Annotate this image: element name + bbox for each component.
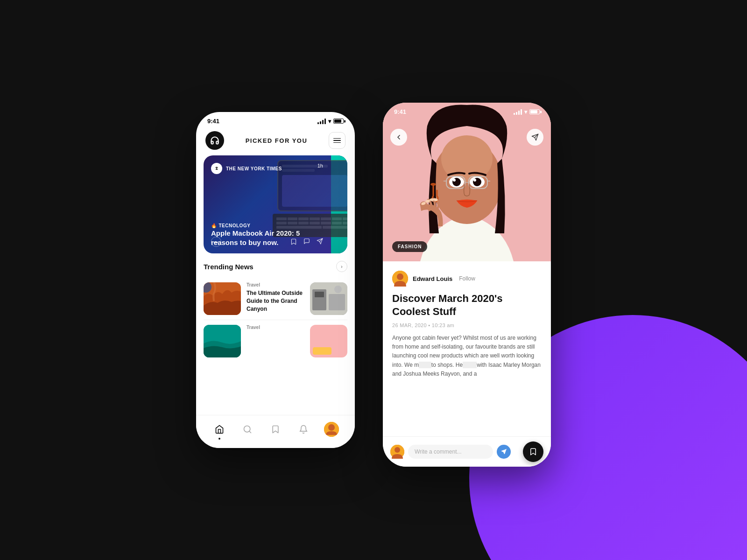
- svg-marker-41: [501, 449, 506, 454]
- card-source: 𝕿 THE NEW YORK TIMES: [211, 163, 282, 174]
- trending-arrow-button[interactable]: ›: [336, 261, 347, 272]
- svg-point-25: [473, 179, 476, 182]
- fashion-badge: FASHION: [392, 241, 427, 252]
- share-button[interactable]: [527, 129, 543, 146]
- nyt-logo: 𝕿: [211, 163, 222, 174]
- news-item-content: Travel The Ultimate Outside Guide to the…: [247, 282, 304, 313]
- news-item[interactable]: Travel The Ultimate Outside Guide to the…: [204, 278, 347, 320]
- news-thumbnail-canyon: [204, 282, 241, 315]
- card-time: 1h: [317, 163, 323, 168]
- comment-bar: Write a comment...: [383, 436, 551, 467]
- news-list: Travel The Ultimate Outside Guide to the…: [204, 278, 347, 362]
- dots-icon: •••: [211, 237, 221, 247]
- news-thumbnail-ocean: [204, 325, 241, 357]
- news-category: Travel: [247, 282, 304, 287]
- news-thumb-2: [310, 282, 347, 315]
- trending-section: Trending News ›: [196, 253, 355, 415]
- commenter-avatar: [390, 445, 404, 459]
- news-item-2-category: Travel: [247, 325, 304, 330]
- author-row: Edward Louis Follow: [392, 271, 542, 287]
- svg-rect-7: [315, 292, 324, 297]
- trending-title: Trending News: [204, 263, 254, 271]
- phone1-time: 9:41: [207, 118, 219, 125]
- phones-container: 9:41 ▾: [196, 93, 551, 467]
- wifi-icon: ▾: [328, 118, 331, 125]
- category-label: TECNOLOGY: [219, 223, 251, 228]
- author-avatar: [392, 271, 408, 287]
- pink-card-partial: [310, 325, 347, 357]
- profile-avatar: [324, 422, 339, 437]
- phone-2: 9:41 ▾: [383, 103, 551, 467]
- signal-icon: [317, 119, 326, 124]
- trending-header: Trending News ›: [204, 261, 347, 272]
- card-dots-menu[interactable]: •••: [211, 237, 221, 247]
- phone1-status-bar: 9:41 ▾: [196, 112, 355, 127]
- source-name: THE NEW YORK TIMES: [226, 166, 282, 171]
- p2-battery-icon: [529, 109, 540, 114]
- phone2-status-icons: ▾: [514, 109, 540, 115]
- nav-search[interactable]: [238, 420, 257, 439]
- nav-notifications[interactable]: [294, 420, 313, 439]
- svg-point-8: [334, 286, 342, 293]
- comment-icon[interactable]: [303, 238, 310, 247]
- article-date: 26 MAR, 2020 • 10:23 am: [392, 322, 542, 328]
- share-icon[interactable]: [317, 238, 323, 247]
- back-button[interactable]: [390, 129, 407, 146]
- follow-button[interactable]: Follow: [459, 275, 475, 282]
- card-actions: [290, 238, 323, 247]
- phone-1: 9:41 ▾: [196, 112, 355, 448]
- nav-bookmark[interactable]: [266, 420, 285, 439]
- nav-profile[interactable]: [322, 420, 341, 439]
- canyon-image: [204, 282, 241, 315]
- p2-wifi-icon: ▾: [524, 109, 527, 115]
- app-logo: [205, 131, 224, 150]
- bookmark-icon[interactable]: [290, 238, 297, 247]
- article-content: Edward Louis Follow Discover March 2020'…: [383, 261, 551, 436]
- article-hero-image: [383, 103, 551, 261]
- article-title: Discover March 2020's Coolest Stuff: [392, 292, 542, 318]
- svg-point-39: [395, 447, 400, 453]
- battery-icon: [333, 119, 344, 124]
- news-item-2-content: Travel: [247, 325, 304, 332]
- main-news-card[interactable]: 𝕿 THE NEW YORK TIMES 1h 🔥 TECNOLOGY Appl…: [204, 155, 347, 253]
- phone1-status-icons: ▾: [317, 118, 344, 125]
- phone2-time: 9:41: [394, 108, 406, 115]
- article-hero: 9:41 ▾: [383, 103, 551, 261]
- svg-point-37: [397, 273, 403, 280]
- svg-point-13: [328, 424, 335, 431]
- svg-line-11: [249, 431, 251, 433]
- fashion-label: FASHION: [398, 244, 422, 249]
- ocean-image: [204, 325, 241, 357]
- header-title: PICKED FOR YOU: [246, 137, 308, 144]
- send-button[interactable]: [497, 445, 511, 459]
- phone1-header: PICKED FOR YOU: [196, 127, 355, 155]
- phone2-status-bar: 9:41 ▾: [383, 103, 551, 118]
- author-name: Edward Louis: [413, 275, 452, 282]
- p2-signal-icon: [514, 109, 522, 115]
- menu-button[interactable]: [329, 132, 345, 149]
- svg-point-24: [453, 179, 456, 182]
- article-body: Anyone got cabin fever yet? Whilst most …: [392, 334, 542, 436]
- card-category: 🔥 TECNOLOGY: [211, 223, 250, 228]
- svg-rect-6: [329, 294, 345, 310]
- news-headline: The Ultimate Outside Guide to the Grand …: [247, 289, 304, 313]
- news-item-second[interactable]: Travel: [204, 320, 347, 362]
- bookmark-fab-button[interactable]: [523, 441, 543, 462]
- category-emoji: 🔥: [211, 223, 217, 228]
- comment-input[interactable]: Write a comment...: [408, 445, 493, 459]
- nav-home[interactable]: [210, 420, 229, 439]
- bottom-nav: [196, 415, 355, 448]
